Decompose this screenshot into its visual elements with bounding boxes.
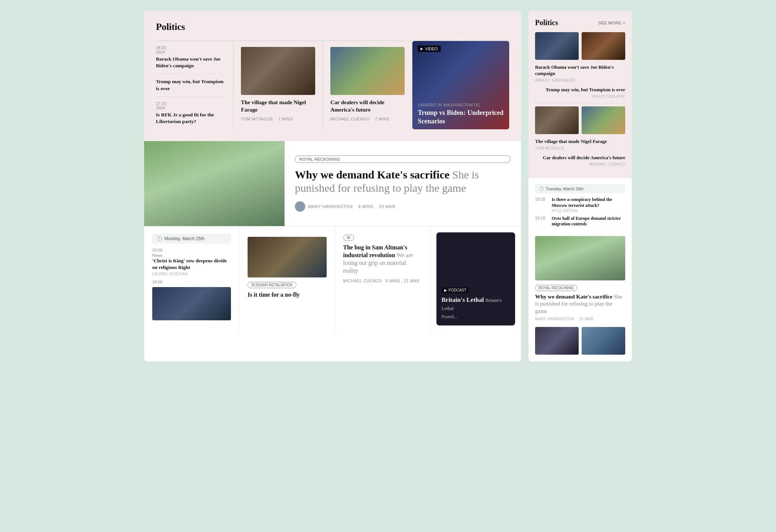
- sidebar-kate-meta: MARY HARRINGTON 25 MAR: [535, 317, 625, 321]
- sidebar-article-obama[interactable]: Barack Obama won't save Joe Biden's camp…: [535, 64, 625, 82]
- politics-cards: The village that made Nigel Farage TOM M…: [234, 41, 509, 129]
- sidebar-kate-bold: Why we demand Kate's sacrifice: [535, 294, 612, 300]
- news-time: 20:00: [152, 248, 231, 252]
- news-item-img[interactable]: 18:00: [152, 280, 231, 320]
- politics-section: Politics 28.032024 Barack Obama won't sa…: [144, 11, 521, 141]
- ai-headline: The bug in Sam Altman's industrial revol…: [343, 244, 422, 274]
- news-time: 18:00: [152, 280, 231, 284]
- featured-headline-bold: Why we demand Kate's sacrifice: [295, 168, 449, 181]
- sidebar-article-trump[interactable]: Trump may win, but Trumpism is over PHIL…: [535, 87, 625, 99]
- card-meta: TOM MCTAGUE 7 MINS: [241, 117, 315, 121]
- sidebar-news-title: Is there a conspiracy behind the Moscow …: [552, 197, 625, 208]
- page-wrapper: Politics 28.032024 Barack Obama won't sa…: [144, 11, 632, 361]
- sidebar-news: 🕐 Tuesday, March 26th 19:15 Is there a c…: [528, 178, 632, 236]
- bottom-col-war[interactable]: RUSSIAN RETALIATION Is it time for a no-…: [239, 226, 335, 331]
- video-text: UNHERD IN WASHINGTON DC Trump vs Biden: …: [418, 103, 504, 126]
- sidebar-meta: MICHAEL CUENCO: [535, 162, 625, 166]
- podcast-badge-label: PODCAST: [449, 288, 466, 292]
- news-category: News: [152, 253, 231, 258]
- sidebar-news-item-2[interactable]: 18:10 Over half of Europe demand stricte…: [535, 216, 625, 227]
- list-item[interactable]: Trump may win, but Trumpism is over: [156, 74, 226, 96]
- sidebar-img-nigel: [535, 106, 579, 134]
- podcast-title: Britain's Lethal Britain's LethalPound..…: [442, 296, 510, 320]
- ai-author: MICHAEL CUENCO: [343, 279, 382, 283]
- main-panel: Politics 28.032024 Barack Obama won't sa…: [144, 11, 521, 361]
- ai-tag: AI: [343, 235, 354, 241]
- sidebar-article-nigel[interactable]: The village that made Nigel Farage TOM M…: [535, 139, 625, 150]
- see-more-link[interactable]: SEE MORE >: [598, 21, 625, 25]
- list-item[interactable]: 28.032024 Barack Obama won't save Joe Bi…: [156, 41, 226, 74]
- read-time: 6 MINS: [358, 204, 373, 209]
- video-subtitle: UNHERD IN WASHINGTON DC: [418, 103, 504, 107]
- sidebar-kate-author: MARY HARRINGTON: [535, 317, 574, 321]
- politics-card-car[interactable]: Car dealers will decide America's future…: [323, 41, 412, 129]
- politics-title: Politics: [156, 21, 509, 33]
- author-name: MARY HARRINGTON: [308, 204, 353, 209]
- featured-image: [144, 141, 285, 226]
- war-image: [248, 237, 326, 277]
- card-image-car: [330, 47, 405, 95]
- bottom-col-ai[interactable]: AI The bug in Sam Altman's industrial re…: [335, 226, 430, 331]
- sidebar-img-trump: [582, 32, 625, 60]
- video-card[interactable]: ▶ VIDEO UNHERD IN WASHINGTON DC Trump vs…: [412, 41, 509, 129]
- sidebar-img-car: [582, 106, 625, 134]
- card-meta: MICHAEL CUENCO 7 MINS: [330, 117, 405, 121]
- sidebar-section-header: Politics SEE MORE >: [535, 18, 625, 27]
- sidebar-headline: The village that made Nigel Farage: [535, 139, 625, 145]
- featured-byline: MARY HARRINGTON 6 MINS 25 MAR: [295, 201, 511, 212]
- politics-grid: 28.032024 Barack Obama won't save Joe Bi…: [156, 41, 509, 129]
- sidebar-day-label: Tuesday, March 26th: [546, 187, 583, 191]
- sidebar-headline: Car dealers will decide America's future: [535, 155, 625, 161]
- article-date: 25 MAR: [379, 204, 396, 209]
- war-headline: Is it time for a no-fly: [248, 291, 326, 299]
- card-readtime: 7 MINS: [278, 117, 293, 121]
- bottom-col-podcast[interactable]: ▶ PODCAST Britain's Lethal Britain's Let…: [430, 226, 521, 331]
- list-headline: Is RFK Jr a good fit for the Libertarian…: [156, 112, 226, 125]
- sidebar-headline: Trump may win, but Trumpism is over: [535, 87, 625, 93]
- play-icon: ▶: [421, 47, 423, 51]
- sidebar-divider: [535, 103, 625, 103]
- podcast-title-main: Britain's Lethal: [442, 296, 484, 303]
- sidebar-kate-tag: ROYAL RECKONING: [535, 285, 577, 291]
- podcast-badge: ▶ PODCAST: [442, 287, 469, 293]
- list-date: 28.032024: [156, 45, 226, 54]
- sidebar-news-item-1[interactable]: 19:15 Is there a conspiracy behind the M…: [535, 197, 625, 212]
- sidebar-politics-section: Politics SEE MORE > Barack Obama won't s…: [528, 11, 632, 178]
- card-readtime: 7 MINS: [375, 117, 390, 121]
- sidebar-bottom-img-men: [582, 327, 625, 355]
- list-item[interactable]: 27.032024 Is RFK Jr a good fit for the L…: [156, 97, 226, 129]
- news-image: [152, 287, 231, 320]
- featured-headline: Why we demand Kate's sacrifice She is pu…: [295, 168, 511, 195]
- bottom-grid: 🕐 Monday, March 25th 20:00 News 'Christ …: [144, 226, 521, 331]
- video-title: Trump vs Biden: Underpriced Scenarios: [418, 109, 504, 126]
- video-overlay: ▶ VIDEO UNHERD IN WASHINGTON DC Trump vs…: [412, 41, 509, 129]
- war-tag: RUSSIAN RETALIATION: [248, 282, 296, 288]
- clock-icon: 🕐: [157, 236, 162, 241]
- sidebar-meta: TOM MCTAGUE: [535, 146, 625, 150]
- sidebar-kate-section[interactable]: ROYAL RECKONING Why we demand Kate's sac…: [528, 236, 632, 327]
- card-image-nigel: [241, 47, 315, 95]
- sidebar-panel: Politics SEE MORE > Barack Obama won't s…: [528, 11, 632, 361]
- ai-readtime: 6 MINS: [386, 279, 400, 283]
- politics-card-nigel[interactable]: The village that made Nigel Farage TOM M…: [234, 41, 323, 129]
- featured-article[interactable]: ROYAL RECKONING Why we demand Kate's sac…: [144, 141, 521, 226]
- news-title: 'Christ is King' row deepens divide on r…: [152, 258, 231, 270]
- sidebar-article-car[interactable]: Car dealers will decide America's future…: [535, 155, 625, 167]
- sidebar-news-time: 19:15: [535, 197, 548, 212]
- video-card-inner: ▶ VIDEO UNHERD IN WASHINGTON DC Trump vs…: [412, 41, 509, 129]
- list-date: 27.032024: [156, 101, 226, 110]
- podcast-play-icon: ▶: [444, 288, 447, 292]
- sidebar-politics-title: Politics: [535, 18, 558, 27]
- podcast-overlay: ▶ PODCAST Britain's Lethal Britain's Let…: [436, 232, 515, 325]
- news-item-christ[interactable]: 20:00 News 'Christ is King' row deepens …: [152, 248, 231, 276]
- sidebar-news-title: Over half of Europe demand stricter migr…: [552, 216, 625, 227]
- politics-list: 28.032024 Barack Obama won't save Joe Bi…: [156, 41, 234, 129]
- sidebar-meta: ASHLEY RINDSBERG: [535, 78, 625, 82]
- sidebar-img-obama: [535, 32, 579, 60]
- card-headline: Car dealers will decide America's future: [330, 99, 405, 114]
- sidebar-day-header: 🕐 Tuesday, March 26th: [535, 184, 625, 193]
- sidebar-img-grid: [535, 32, 625, 60]
- sidebar-kate-image: [535, 236, 625, 280]
- sidebar-headline: Barack Obama won't save Joe Biden's camp…: [535, 64, 625, 77]
- sidebar-bottom-images: [528, 327, 632, 361]
